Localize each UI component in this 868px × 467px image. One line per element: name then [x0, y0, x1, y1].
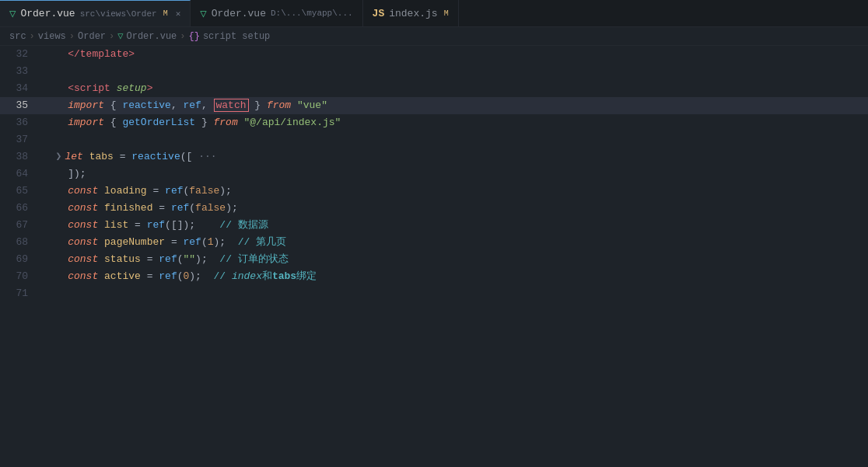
line-content-70: const active = ref(0); // index和tabs绑定 [40, 268, 868, 285]
tab-label-2: Order.vue [212, 8, 266, 19]
vue-icon-2: ▽ [200, 7, 206, 20]
line-num-32: 32 [0, 46, 40, 63]
tab-bar: ▽ Order.vue src\views\Order M ✕ ▽ Order.… [0, 0, 868, 27]
breadcrumb-script: script setup [203, 31, 270, 42]
line-num-67: 67 [0, 217, 40, 234]
line-content-33 [40, 63, 868, 80]
line-content-32: </template> [40, 46, 868, 63]
code-line-70: 70 const active = ref(0); // index和tabs绑… [0, 268, 868, 285]
breadcrumb: src › views › Order › ▽ Order.vue › {} s… [0, 27, 868, 46]
code-line-35: 35 import { reactive, ref, watch } from … [0, 97, 868, 114]
code-line-71: 71 [0, 285, 868, 302]
js-icon: JS [373, 8, 385, 19]
line-num-69: 69 [0, 251, 40, 268]
tab-sublabel-1: src\views\Order [80, 9, 157, 19]
breadcrumb-file: Order.vue [126, 31, 177, 42]
code-line-33: 33 [0, 63, 868, 80]
code-line-67: 67 const list = ref([]); // 数据源 [0, 217, 868, 234]
tab-close-1[interactable]: ✕ [176, 9, 181, 19]
line-num-71: 71 [0, 285, 40, 302]
breadcrumb-vue-icon: ▽ [117, 30, 123, 42]
line-num-38: 38 [0, 148, 40, 166]
code-line-68: 68 const pageNumber = ref(1); // 第几页 [0, 234, 868, 251]
line-num-36: 36 [0, 114, 40, 131]
vue-icon-1: ▽ [9, 7, 16, 20]
tab-order-vue-2[interactable]: ▽ Order.vue D:\...\myapp\... [191, 0, 362, 26]
code-line-66: 66 const finished = ref(false); [0, 200, 868, 217]
breadcrumb-order: Order [78, 31, 106, 42]
line-num-37: 37 [0, 131, 40, 148]
line-content-37 [40, 131, 868, 148]
line-content-67: const list = ref([]); // 数据源 [40, 217, 868, 234]
code-line-37: 37 [0, 131, 868, 148]
tab-label-1: Order.vue [20, 8, 75, 19]
tab-index-js[interactable]: JS index.js M [363, 0, 459, 26]
line-content-35: import { reactive, ref, watch } from "vu… [40, 97, 868, 114]
line-content-38: ❯let tabs = reactive([ ··· [40, 148, 868, 166]
line-num-64: 64 [0, 166, 40, 183]
code-line-32: 32 </template> [0, 46, 868, 63]
line-num-70: 70 [0, 268, 40, 285]
fold-icon-38[interactable]: ❯ [56, 151, 62, 162]
line-num-34: 34 [0, 80, 40, 97]
line-content-69: const status = ref(""); // 订单的状态 [40, 251, 868, 268]
line-num-68: 68 [0, 234, 40, 251]
line-content-34: <script setup> [40, 80, 868, 97]
breadcrumb-views: views [38, 31, 66, 42]
tab-modified-3: M [444, 9, 449, 18]
line-num-66: 66 [0, 200, 40, 217]
line-content-66: const finished = ref(false); [40, 200, 868, 217]
tab-label-3: index.js [389, 8, 437, 19]
line-num-65: 65 [0, 183, 40, 200]
tab-sublabel-2: D:\...\myapp\... [271, 9, 353, 18]
tab-modified-1: M [163, 9, 168, 18]
code-line-34: 34 <script setup> [0, 80, 868, 97]
code-line-65: 65 const loading = ref(false); [0, 183, 868, 200]
line-content-68: const pageNumber = ref(1); // 第几页 [40, 234, 868, 251]
line-content-65: const loading = ref(false); [40, 183, 868, 200]
breadcrumb-src: src [9, 31, 26, 42]
code-line-38: 38 ❯let tabs = reactive([ ··· [0, 148, 868, 166]
breadcrumb-braces: {} [189, 31, 200, 42]
line-content-36: import { getOrderList } from "@/api/inde… [40, 114, 868, 131]
tab-order-vue-1[interactable]: ▽ Order.vue src\views\Order M ✕ [0, 0, 191, 26]
line-num-33: 33 [0, 63, 40, 80]
code-line-64: 64 ]); [0, 166, 868, 183]
code-area: 32 </template> 33 34 <script setup> 35 i… [0, 46, 868, 465]
line-num-35: 35 [0, 97, 40, 114]
line-content-64: ]); [40, 166, 868, 183]
code-line-69: 69 const status = ref(""); // 订单的状态 [0, 251, 868, 268]
code-line-36: 36 import { getOrderList } from "@/api/i… [0, 114, 868, 131]
line-content-71 [40, 285, 868, 302]
